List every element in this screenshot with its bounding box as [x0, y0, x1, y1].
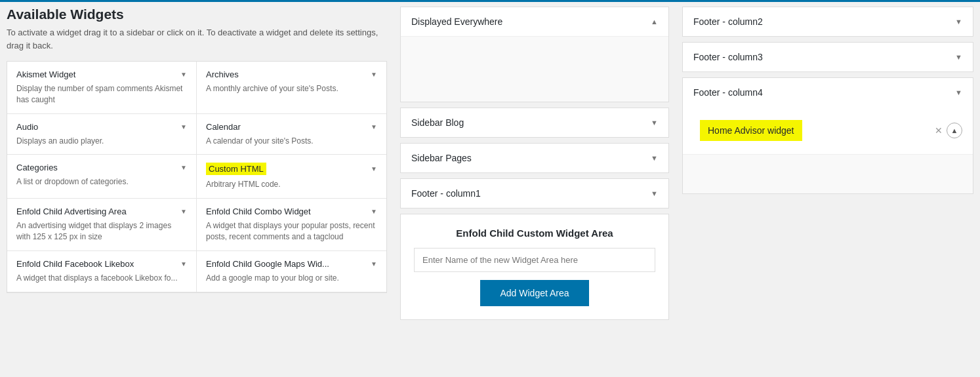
section-title-footer-column1: Footer - column1	[411, 188, 481, 199]
chevron-icon-akismet[interactable]: ▼	[180, 71, 187, 78]
chevron-icon-enfold-facebook[interactable]: ▼	[180, 260, 187, 268]
widget-title-calendar: Calendar	[206, 122, 241, 132]
section-footer-column4: Footer - column4 ▼ Home Advisor widget ✕…	[682, 77, 973, 194]
widget-desc-akismet: Display the number of spam comments Akis…	[16, 83, 187, 106]
chevron-icon-enfold-combo[interactable]: ▼	[371, 208, 377, 215]
widget-desc-calendar: A calendar of your site's Posts.	[206, 136, 377, 147]
chevron-icon-footer-column4: ▼	[955, 89, 962, 96]
widget-item-audio[interactable]: Audio ▼ Displays an audio player.	[7, 114, 197, 155]
chevron-icon-enfold-advertising[interactable]: ▼	[180, 208, 187, 215]
widget-title-enfold-facebook: Enfold Child Facebook Likebox	[16, 259, 134, 269]
available-widgets-panel: Available Widgets To activate a widget d…	[7, 7, 387, 370]
chevron-icon-footer-column2: ▼	[955, 18, 962, 26]
section-title-footer-column3: Footer - column3	[693, 52, 763, 62]
widget-desc-enfold-advertising: An advertising widget that displays 2 im…	[16, 220, 187, 243]
widget-title-enfold-googlemaps: Enfold Child Google Maps Wid...	[206, 259, 329, 269]
widget-item-custom-html[interactable]: Custom HTML ▼ Arbitrary HTML code.	[197, 155, 386, 199]
widget-title-archives: Archives	[206, 69, 239, 79]
widget-item-akismet[interactable]: Akismet Widget ▼ Display the number of s…	[7, 62, 197, 114]
right-panel: Footer - column2 ▼ Footer - column3 ▼ Fo…	[682, 7, 973, 370]
widget-desc-archives: A monthly archive of your site's Posts.	[206, 83, 377, 94]
chevron-icon-sidebar-pages: ▼	[651, 154, 658, 162]
section-sidebar-blog: Sidebar Blog ▼	[400, 108, 669, 138]
custom-widget-name-input[interactable]	[414, 248, 655, 272]
section-header-footer-column3[interactable]: Footer - column3 ▼	[683, 43, 973, 71]
chevron-icon-archives[interactable]: ▼	[371, 71, 377, 78]
available-widgets-desc: To activate a widget drag it to a sideba…	[7, 26, 387, 52]
chevron-icon-enfold-googlemaps[interactable]: ▼	[371, 260, 377, 268]
widget-desc-categories: A list or dropdown of categories.	[16, 176, 187, 188]
chevron-icon-categories[interactable]: ▼	[180, 164, 187, 171]
section-title-footer-column2: Footer - column2	[693, 16, 763, 27]
chevron-icon-footer-column1: ▼	[651, 189, 658, 197]
chevron-icon-custom-html[interactable]: ▼	[371, 165, 377, 172]
widget-title-categories: Categories	[16, 163, 58, 172]
widget-desc-enfold-googlemaps: Add a google map to your blog or site.	[206, 273, 377, 284]
section-title-footer-column4: Footer - column4	[693, 87, 763, 98]
section-sidebar-pages: Sidebar Pages ▼	[400, 143, 669, 173]
widget-desc-audio: Displays an audio player.	[16, 136, 187, 147]
section-header-displayed-everywhere[interactable]: Displayed Everywhere ▲	[401, 7, 668, 36]
custom-widget-area: Enfold Child Custom Widget Area Add Widg…	[400, 214, 669, 320]
chevron-icon-calendar[interactable]: ▼	[371, 123, 377, 130]
sidebar-sections-panel: Displayed Everywhere ▲ Sidebar Blog ▼ Si…	[400, 7, 669, 370]
add-widget-area-button[interactable]: Add Widget Area	[480, 280, 588, 306]
widget-desc-enfold-facebook: A widget that displays a facebook Likebo…	[16, 273, 187, 284]
home-advisor-widget-row: Home Advisor widget ✕ ▲	[683, 107, 973, 154]
widget-controls: ✕ ▲	[935, 123, 962, 138]
section-footer-column2: Footer - column2 ▼	[682, 7, 973, 37]
section-footer-column1: Footer - column1 ▼	[400, 178, 669, 208]
section-header-sidebar-pages[interactable]: Sidebar Pages ▼	[401, 144, 668, 172]
widget-desc-custom-html: Arbitrary HTML code.	[206, 179, 377, 190]
section-displayed-everywhere: Displayed Everywhere ▲	[400, 7, 669, 102]
widget-title-custom-html: Custom HTML	[206, 163, 266, 175]
widget-title-audio: Audio	[16, 122, 38, 132]
widget-item-enfold-advertising[interactable]: Enfold Child Advertising Area ▼ An adver…	[7, 199, 197, 251]
widget-title-akismet: Akismet Widget	[16, 69, 75, 79]
widget-desc-enfold-combo: A widget that displays your popular post…	[206, 220, 377, 243]
chevron-icon-sidebar-blog: ▼	[651, 119, 658, 127]
widget-item-archives[interactable]: Archives ▼ A monthly archive of your sit…	[197, 62, 386, 114]
widget-title-enfold-advertising: Enfold Child Advertising Area	[16, 207, 127, 216]
section-content-displayed-everywhere	[401, 36, 668, 102]
widget-item-enfold-googlemaps[interactable]: Enfold Child Google Maps Wid... ▼ Add a …	[197, 251, 386, 292]
section-header-sidebar-blog[interactable]: Sidebar Blog ▼	[401, 108, 668, 137]
widget-title-enfold-combo: Enfold Child Combo Widget	[206, 207, 311, 216]
chevron-icon-displayed-everywhere: ▲	[651, 18, 658, 26]
section-title-sidebar-pages: Sidebar Pages	[411, 153, 472, 163]
section-content-footer-column4	[683, 154, 973, 193]
section-title-sidebar-blog: Sidebar Blog	[411, 117, 464, 128]
widget-close-icon[interactable]: ✕	[935, 125, 943, 136]
widget-item-enfold-facebook[interactable]: Enfold Child Facebook Likebox ▼ A widget…	[7, 251, 197, 292]
widget-grid: Akismet Widget ▼ Display the number of s…	[7, 61, 387, 293]
section-footer-column3: Footer - column3 ▼	[682, 42, 973, 72]
widget-item-categories[interactable]: Categories ▼ A list or dropdown of categ…	[7, 155, 197, 199]
section-header-footer-column4[interactable]: Footer - column4 ▼	[683, 78, 973, 107]
widget-item-enfold-combo[interactable]: Enfold Child Combo Widget ▼ A widget tha…	[197, 199, 386, 251]
section-title-displayed-everywhere: Displayed Everywhere	[411, 16, 502, 27]
available-widgets-title: Available Widgets	[7, 7, 387, 22]
widget-up-button[interactable]: ▲	[947, 123, 962, 138]
section-header-footer-column1[interactable]: Footer - column1 ▼	[401, 179, 668, 208]
section-header-footer-column2[interactable]: Footer - column2 ▼	[683, 7, 973, 36]
chevron-icon-audio[interactable]: ▼	[180, 123, 187, 130]
widget-item-calendar[interactable]: Calendar ▼ A calendar of your site's Pos…	[197, 114, 386, 155]
progress-bar	[0, 0, 980, 2]
home-advisor-widget-label[interactable]: Home Advisor widget	[700, 120, 802, 141]
chevron-icon-footer-column3: ▼	[955, 53, 962, 61]
custom-widget-area-title: Enfold Child Custom Widget Area	[414, 228, 655, 239]
